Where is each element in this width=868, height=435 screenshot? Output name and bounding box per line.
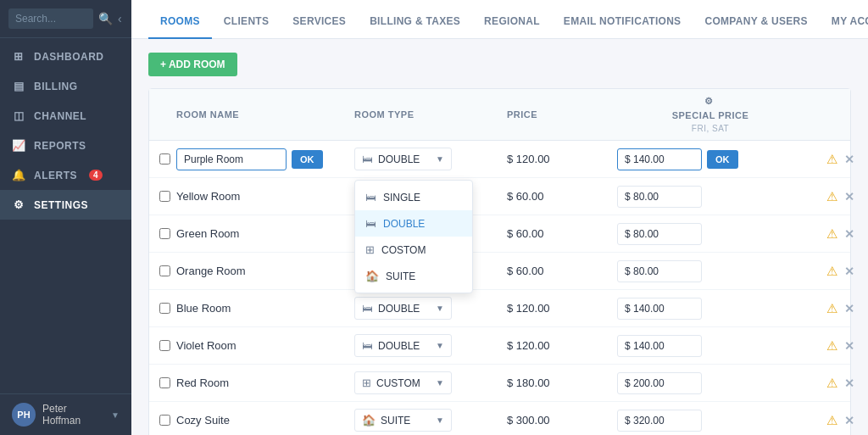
room-name-cell-8: Cozy Suite: [176, 414, 354, 427]
close-icon-5[interactable]: ✕: [844, 302, 854, 315]
warning-icon-2[interactable]: ⚠: [826, 189, 837, 204]
search-input[interactable]: [8, 8, 93, 29]
room-type-cell-8: 🏠 SUITE ▼: [354, 409, 507, 432]
dropdown-item-double[interactable]: 🛏 DOUBLE: [355, 210, 472, 237]
rooms-table: ROOM NAME ROOM TYPE PRICE ⚙ SPECIAL PRIC…: [148, 88, 851, 435]
special-price-input-6[interactable]: [617, 335, 702, 357]
sidebar-item-billing[interactable]: ▤ BILLING: [0, 71, 131, 101]
grid-icon: ⊞: [362, 376, 371, 389]
bed-icon: 🛏: [362, 339, 373, 352]
tab-email-notifications[interactable]: EMAIL NOTIFICATIONS: [552, 5, 693, 39]
row-checkbox-5[interactable]: [159, 303, 176, 314]
avatar: PH: [12, 403, 36, 427]
special-price-cell-7: [617, 372, 804, 394]
room-type-dropdown: 🛏 SINGLE 🛏 DOUBLE ⊞ COSTOM 🏠: [354, 180, 473, 293]
sidebar-item-alerts[interactable]: 🔔 ALERTS 4: [0, 160, 131, 190]
dropdown-item-suite[interactable]: 🏠 SUITE: [355, 263, 472, 289]
special-price-cell-4: [617, 260, 804, 282]
col-special-price: ⚙ SPECIAL PRICE FRI, SAT: [617, 96, 804, 133]
close-icon-1[interactable]: ✕: [844, 153, 854, 166]
table-row: Blue Room 🛏 DOUBLE ▼ $ 120.00 ⚠ ✕: [149, 290, 850, 327]
room-type-select-6[interactable]: 🛏 DOUBLE ▼: [354, 334, 452, 357]
tab-clients[interactable]: CLIENTS: [212, 5, 281, 39]
room-name-cell-4: Orange Room: [176, 265, 354, 277]
dropdown-label: COSTOM: [381, 244, 426, 256]
actions-cell-4: ⚠ ✕: [804, 264, 854, 279]
room-name-ok-1[interactable]: OK: [292, 150, 323, 169]
warning-icon-6[interactable]: ⚠: [826, 338, 837, 354]
room-type-select-8[interactable]: 🏠 SUITE ▼: [354, 409, 452, 432]
room-type-select-1[interactable]: 🛏 DOUBLE ▼: [354, 148, 452, 170]
add-room-button[interactable]: + ADD ROOM: [148, 53, 237, 76]
tab-services[interactable]: SERVICES: [281, 5, 358, 39]
row-checkbox-1[interactable]: [159, 153, 176, 165]
sidebar-item-label: BILLING: [34, 81, 78, 92]
room-type-value-7: CUSTOM: [376, 377, 420, 389]
close-icon-2[interactable]: ✕: [844, 190, 854, 204]
room-type-cell-7: ⊞ CUSTOM ▼: [354, 371, 507, 394]
room-type-value-8: SUITE: [381, 415, 410, 427]
chevron-down-icon: ▼: [436, 415, 444, 425]
warning-icon-1[interactable]: ⚠: [826, 152, 837, 167]
row-checkbox-2[interactable]: [159, 191, 176, 202]
special-price-input-2[interactable]: [617, 186, 702, 208]
room-type-select-5[interactable]: 🛏 DOUBLE ▼: [354, 297, 452, 320]
col-room-type: ROOM TYPE: [354, 96, 507, 133]
dropdown-label: DOUBLE: [383, 218, 425, 230]
tab-company-users[interactable]: COMPANY & USERS: [693, 5, 819, 39]
row-checkbox-4[interactable]: [159, 265, 176, 276]
row-checkbox-8[interactable]: [159, 415, 176, 426]
close-icon-4[interactable]: ✕: [844, 265, 854, 278]
table-row: Yellow Room 🛏 DOUBLE ▼ $ 60.00 ⚠ ✕: [149, 178, 850, 215]
warning-icon-8[interactable]: ⚠: [826, 413, 837, 428]
actions-cell-7: ⚠ ✕: [804, 376, 854, 391]
tab-billing-taxes[interactable]: BILLING & TAXES: [358, 5, 472, 39]
table-row: Cozy Suite 🏠 SUITE ▼ $ 300.00 ⚠ ✕: [149, 402, 850, 435]
row-checkbox-7[interactable]: [159, 377, 176, 388]
close-icon-7[interactable]: ✕: [844, 376, 854, 390]
room-type-cell-5: 🛏 DOUBLE ▼: [354, 297, 507, 320]
room-name-input-1[interactable]: [176, 148, 287, 170]
room-type-select-7[interactable]: ⊞ CUSTOM ▼: [354, 371, 452, 394]
back-icon[interactable]: ‹: [118, 12, 122, 25]
warning-icon-3[interactable]: ⚠: [826, 226, 837, 242]
special-price-input-5[interactable]: [617, 298, 702, 320]
warning-icon-5[interactable]: ⚠: [826, 301, 837, 316]
search-icon[interactable]: 🔍: [98, 12, 113, 25]
warning-icon-4[interactable]: ⚠: [826, 264, 837, 279]
special-price-input-4[interactable]: [617, 260, 702, 282]
tab-regional[interactable]: REGIONAL: [472, 5, 552, 39]
dropdown-item-costom[interactable]: ⊞ COSTOM: [355, 237, 472, 263]
sidebar-item-channel[interactable]: ◫ CHANNEL: [0, 101, 131, 131]
close-icon-3[interactable]: ✕: [844, 227, 854, 241]
special-price-input-7[interactable]: [617, 372, 702, 394]
row-checkbox-3[interactable]: [159, 228, 176, 239]
special-price-input-8[interactable]: [617, 410, 702, 432]
grid-icon: ⊞: [365, 243, 375, 256]
close-icon-8[interactable]: ✕: [844, 414, 854, 427]
chevron-down-icon: ▼: [436, 154, 444, 164]
special-price-cell-5: [617, 298, 804, 320]
close-icon-6[interactable]: ✕: [844, 339, 854, 353]
warning-icon-7[interactable]: ⚠: [826, 376, 837, 391]
room-name-cell-3: Green Room: [176, 227, 354, 240]
actions-cell-3: ⚠ ✕: [804, 226, 854, 242]
sidebar-item-label: REPORTS: [34, 140, 86, 152]
table-row: Violet Room 🛏 DOUBLE ▼ $ 120.00 ⚠ ✕: [149, 327, 850, 365]
table-row: Green Room 🛏 DOUBLE ▼ $ 60.00 ⚠ ✕: [149, 215, 850, 253]
footer-expand-icon[interactable]: ▼: [111, 410, 120, 420]
special-price-input-1[interactable]: [617, 148, 702, 170]
price-cell-7: $ 180.00: [507, 376, 617, 389]
special-price-input-3[interactable]: [617, 223, 702, 245]
tab-rooms[interactable]: ROOMS: [148, 5, 212, 39]
row-checkbox-6[interactable]: [159, 340, 176, 351]
room-type-cell-6: 🛏 DOUBLE ▼: [354, 334, 507, 357]
dropdown-item-single[interactable]: 🛏 SINGLE: [355, 184, 472, 210]
special-price-ok-1[interactable]: OK: [707, 150, 738, 169]
sidebar-item-dashboard[interactable]: ⊞ DASHBOARD: [0, 42, 131, 71]
sidebar-item-reports[interactable]: 📈 REPORTS: [0, 131, 131, 160]
tab-my-account[interactable]: MY ACCOUNT: [820, 5, 868, 39]
actions-cell-1: ⚠ ✕: [804, 152, 854, 167]
sidebar-item-label: ALERTS: [34, 170, 77, 181]
sidebar-item-settings[interactable]: ⚙ SETTINGS: [0, 190, 131, 220]
